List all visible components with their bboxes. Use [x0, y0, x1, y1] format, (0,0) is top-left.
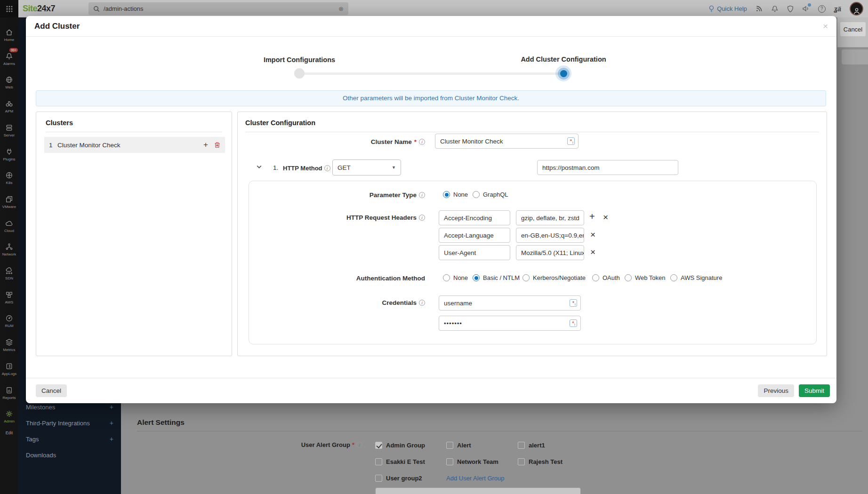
plug-icon	[5, 148, 13, 156]
checkbox-rajesh-test[interactable]: Rajesh Test	[518, 458, 563, 465]
radio-auth-kerberos[interactable]: Kerberos/Negotiate	[522, 274, 586, 281]
sidebar-item-cloud[interactable]: Cloud	[0, 215, 18, 237]
announcements-icon[interactable]	[802, 5, 810, 12]
sidebar-item-server[interactable]: Server	[0, 119, 18, 142]
search-value: /admin-actions	[104, 5, 335, 12]
cluster-name-input[interactable]: Cluster Monitor Check*	[435, 134, 579, 149]
avatar[interactable]	[850, 2, 863, 16]
sidebar-item-home[interactable]: Home	[0, 24, 18, 46]
global-search-input[interactable]: /admin-actions ⊗	[88, 2, 348, 15]
subnav-item-downloads[interactable]: Downloads	[18, 447, 121, 463]
checkbox-network-team[interactable]: Network Team	[446, 458, 498, 465]
previous-button[interactable]: Previous	[758, 384, 794, 397]
sidebar-item-admin[interactable]: Admin	[0, 405, 18, 428]
page: Site24x7 /admin-actions ⊗ Quick Help	[0, 0, 868, 494]
info-banner: Other parameters will be imported from C…	[36, 90, 826, 106]
sidebar-item-network[interactable]: Network	[0, 238, 18, 261]
header-name-input[interactable]: User-Agent	[439, 245, 510, 260]
checkbox-alert1[interactable]: alert1	[518, 442, 545, 449]
sidebar-item-alarms[interactable]: Alarms 99+	[0, 48, 18, 70]
sidebar-item-apm[interactable]: APM	[0, 95, 18, 118]
sidebar-item-vmware[interactable]: VMware	[0, 191, 18, 213]
cancel-button[interactable]: Cancel	[36, 384, 67, 397]
cluster-list-item[interactable]: 1 Cluster Monitor Check +	[44, 137, 225, 153]
sidebar-item-reports[interactable]: Reports	[0, 382, 18, 404]
sidebar-item-metrics[interactable]: Metrics	[0, 334, 18, 356]
divider	[245, 132, 819, 132]
header-name-input[interactable]: Accept-Encoding	[439, 210, 510, 225]
step-add-cluster-configuration: Add Cluster Configuration	[521, 56, 606, 63]
clusters-panel-title: Clusters	[36, 112, 232, 132]
subnav-item-third-party-integrations[interactable]: Third-Party Integrations+	[18, 415, 121, 431]
radio-auth-web-token[interactable]: Web Token	[625, 274, 666, 281]
quick-help-button[interactable]: Quick Help	[708, 5, 747, 12]
header-name-input[interactable]: Accept-Language	[439, 228, 510, 243]
rss-icon[interactable]	[755, 5, 763, 12]
header-value-input[interactable]: gzip, deflate, br, zstd	[516, 210, 584, 225]
insert-variable-icon[interactable]: *	[567, 137, 575, 145]
sidebar-item-applogs[interactable]: AppLogs	[0, 358, 18, 380]
site24x7-logo[interactable]: Site24x7	[23, 4, 55, 14]
clusters-panel: Clusters 1 Cluster Monitor Check +	[36, 112, 232, 356]
http-row-index: 1.	[273, 164, 278, 171]
url-input[interactable]: https://postman.com	[537, 160, 678, 175]
add-cluster-icon[interactable]: +	[203, 140, 208, 150]
chevron-down-icon[interactable]	[256, 164, 262, 170]
radio-auth-basic-ntlm[interactable]: Basic / NTLM	[473, 274, 520, 281]
help-icon[interactable]: ?	[818, 5, 826, 13]
shield-icon[interactable]	[787, 5, 794, 13]
password-input[interactable]: •••••••*	[439, 316, 581, 331]
add-user-alert-group-link[interactable]: Add User Alert Group	[446, 475, 505, 482]
remove-header-icon[interactable]: ×	[590, 247, 595, 257]
notifications-bell-icon[interactable]	[771, 5, 779, 13]
header-value-input[interactable]: Mozilla/5.0 (X11; Linux x	[516, 245, 584, 260]
parameter-type-label: Parameter Typei	[370, 191, 425, 199]
radio-auth-oauth[interactable]: OAuth	[592, 274, 620, 281]
delete-cluster-icon[interactable]	[214, 142, 220, 148]
checkbox-esakki-e-test[interactable]: Esakki E Test	[375, 458, 425, 465]
http-method-select[interactable]: GET▼	[332, 159, 401, 175]
plus-icon[interactable]: +	[110, 419, 113, 427]
zia-icon[interactable]: ʓä	[834, 5, 841, 13]
modal-footer: Cancel Previous Submit	[26, 378, 836, 403]
add-header-icon[interactable]: +	[589, 211, 595, 222]
sidebar-item-web[interactable]: Web	[0, 71, 18, 94]
alert-settings-heading: Alert Settings	[137, 418, 185, 427]
sidebar-item-edit[interactable]: Edit	[0, 430, 18, 435]
submit-button[interactable]: Submit	[799, 384, 830, 397]
step-dot-inactive[interactable]	[294, 68, 305, 79]
sidebar-item-sdn[interactable]: SDN	[0, 262, 18, 285]
checkbox	[375, 442, 382, 449]
remove-header-icon[interactable]: ×	[603, 212, 608, 223]
sidebar-item-rum[interactable]: RUM	[0, 310, 18, 332]
close-icon[interactable]: ×	[823, 21, 828, 32]
radio-auth-aws-signature[interactable]: AWS Signature	[670, 274, 722, 281]
checkbox-alert[interactable]: Alert	[446, 442, 471, 449]
checkbox-user-group2[interactable]: User group2	[375, 475, 422, 482]
checkbox-admin-group[interactable]: Admin Group	[375, 442, 425, 449]
insert-variable-icon[interactable]: *	[570, 319, 577, 327]
radio-auth-none[interactable]: None	[443, 274, 468, 281]
sidebar-item-k8s[interactable]: K8s	[0, 167, 18, 189]
username-input[interactable]: username*	[439, 295, 581, 311]
radio-parameter-none[interactable]: None	[443, 191, 468, 198]
app-grid-button[interactable]	[0, 0, 18, 17]
sidebar-item-aws[interactable]: AWS	[0, 286, 18, 309]
info-icon: i	[419, 139, 425, 145]
search-clear-icon[interactable]: ⊗	[338, 5, 344, 12]
plus-icon[interactable]: +	[110, 403, 113, 411]
background-partial-input[interactable]	[375, 487, 581, 494]
layers-icon	[5, 338, 13, 346]
radio-parameter-graphql[interactable]: GraphQL	[473, 191, 508, 198]
header-value-input[interactable]: en-GB,en-US;q=0.9,en;	[516, 228, 584, 243]
sidebar-item-plugins[interactable]: Plugins	[0, 143, 18, 166]
background-cancel-button[interactable]: Cancel	[840, 22, 866, 36]
step-dot-active[interactable]	[555, 65, 571, 81]
select-arrow-icon: ▼	[392, 165, 396, 170]
subnav-item-tags[interactable]: Tags+	[18, 431, 121, 447]
add-cluster-modal: Add Cluster × Import Configurations Add …	[26, 16, 836, 403]
plus-icon[interactable]: +	[110, 435, 113, 443]
remove-header-icon[interactable]: ×	[590, 230, 595, 240]
speedometer-icon	[5, 314, 13, 322]
insert-variable-icon[interactable]: *	[570, 299, 577, 307]
